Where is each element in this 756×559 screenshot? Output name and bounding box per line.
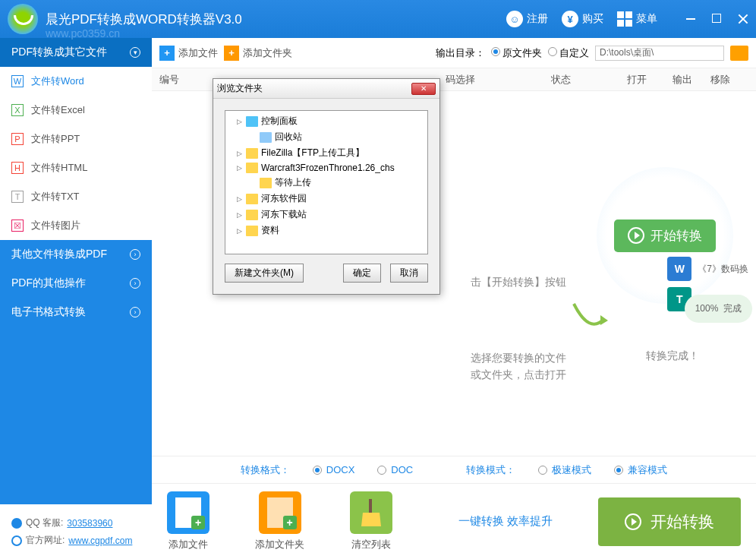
progress-badge: 100% 完成	[685, 295, 752, 323]
qq-link[interactable]: 303583960	[67, 518, 112, 529]
folder-icon	[246, 163, 258, 173]
add-file-label: 添加文件	[178, 46, 218, 60]
add-folder-big-label: 添加文件夹	[255, 538, 304, 551]
hint-click-start: 击【开始转换】按钮	[471, 273, 566, 290]
tree-item[interactable]: 回收站	[228, 129, 425, 145]
sidebar-item-label: 文件转图片	[31, 219, 80, 232]
tree-item[interactable]: 等待上传	[228, 175, 425, 191]
menu-button[interactable]: 菜单	[617, 11, 657, 27]
file-icon: +	[167, 491, 209, 534]
tree-item-label: 资料	[261, 224, 279, 237]
tree-item[interactable]: ▷河东软件园	[228, 191, 425, 207]
add-folder-big-button[interactable]: + 添加文件夹	[255, 491, 304, 551]
plus-icon: +	[159, 46, 175, 61]
sidebar-item-4[interactable]: T文件转TXT	[0, 182, 152, 211]
expand-icon[interactable]: ▷	[237, 211, 243, 219]
sidebar-item-label: 文件转TXT	[31, 190, 80, 204]
tree-item[interactable]: ▷控制面板	[228, 113, 425, 129]
play-icon	[628, 227, 644, 244]
buy-button[interactable]: ¥ 购买	[562, 11, 603, 27]
sidebar-item-label: 文件转Excel	[31, 103, 85, 117]
file-type-icon: T	[11, 191, 24, 203]
sidebar-category-0[interactable]: 其他文件转换成PDF›	[0, 240, 152, 269]
new-folder-button[interactable]: 新建文件夹(M)	[225, 264, 304, 283]
sidebar-item-2[interactable]: P文件转PPT	[0, 125, 152, 153]
chevron-right-icon: ›	[130, 249, 140, 260]
dialog-titlebar[interactable]: 浏览文件夹 ✕	[213, 79, 439, 99]
file-type-icon: X	[11, 104, 24, 116]
sidebar-fill	[0, 327, 152, 504]
add-folder-button[interactable]: + 添加文件夹	[224, 46, 292, 61]
category-label: PDF的其他操作	[11, 276, 86, 290]
tree-item[interactable]: ▷资料	[228, 223, 425, 238]
folder-tree[interactable]: ▷控制面板回收站▷FileZilla【FTP上传工具】▷Warcraft3Fro…	[225, 110, 428, 254]
titlebar: 晨光PDF转换成WORD转换器V3.0 www.pc0359.cn ☺ 注册 ¥…	[0, 0, 756, 38]
ok-button[interactable]: 确定	[343, 264, 381, 283]
clear-list-button[interactable]: 清空列表	[350, 491, 392, 551]
tree-item[interactable]: ▷FileZilla【FTP上传工具】	[228, 145, 425, 161]
sidebar-category-2[interactable]: 电子书格式转换›	[0, 298, 152, 327]
output-label: 输出目录：	[436, 46, 485, 60]
radio-compat[interactable]: 兼容模式	[614, 463, 667, 477]
sidebar-item-0[interactable]: W文件转Word	[0, 67, 152, 96]
minimize-button[interactable]	[686, 14, 697, 24]
expand-icon[interactable]: ▷	[237, 118, 243, 125]
dialog-buttons: 新建文件夹(M) 确定 取消	[225, 264, 428, 283]
window-controls	[686, 14, 748, 24]
qq-icon	[11, 518, 22, 529]
app-title: 晨光PDF转换成WORD转换器V3.0 www.pc0359.cn	[46, 11, 506, 28]
folder-icon	[246, 210, 258, 220]
folder-icon[interactable]	[730, 46, 748, 61]
tree-item-label: 控制面板	[261, 115, 298, 128]
done-text: 转换完成！	[646, 349, 699, 363]
site-link[interactable]: www.cgpdf.com	[68, 535, 132, 546]
site-row: 官方网址: www.cgpdf.com	[11, 534, 140, 547]
radio-icon	[548, 47, 557, 56]
expand-icon[interactable]: ▷	[237, 150, 243, 157]
options-bar: 转换格式： DOCX DOC 转换模式： 极速模式 兼容模式	[152, 456, 756, 483]
add-file-button[interactable]: + 添加文件	[159, 46, 218, 61]
maximize-button[interactable]	[712, 14, 723, 24]
close-button[interactable]	[738, 14, 748, 24]
sidebar-header[interactable]: PDF转换成其它文件 ▾	[0, 38, 152, 67]
svg-rect-0	[369, 499, 372, 513]
tree-item-label: 河东下载站	[261, 208, 307, 221]
file-type-icon: H	[11, 162, 24, 174]
progress-pct: 100%	[695, 303, 719, 314]
play-icon	[625, 513, 641, 530]
sidebar-category-1[interactable]: PDF的其他操作›	[0, 269, 152, 298]
word-icon: W	[667, 257, 691, 281]
file-name: 《7》数码换	[698, 263, 748, 276]
file-type-icon: W	[11, 75, 24, 87]
tree-item[interactable]: ▷河东下载站	[228, 207, 425, 223]
sidebar-item-3[interactable]: H文件转HTML	[0, 153, 152, 182]
sidebar-item-label: 文件转PPT	[31, 132, 80, 146]
sidebar-item-5[interactable]: ☒文件转图片	[0, 211, 152, 240]
radio-custom[interactable]: 自定义	[548, 46, 589, 60]
start-convert-button[interactable]: 开始转换	[598, 497, 741, 546]
sidebar-item-1[interactable]: X文件转Excel	[0, 96, 152, 125]
expand-icon[interactable]: ▷	[237, 195, 243, 203]
add-file-big-button[interactable]: + 添加文件	[167, 491, 209, 551]
yen-icon: ¥	[562, 11, 578, 27]
menu-label: 菜单	[636, 12, 657, 26]
qq-label: QQ 客服:	[26, 516, 63, 529]
sidebar-item-label: 文件转Word	[31, 74, 84, 88]
dialog-close-button[interactable]: ✕	[411, 83, 436, 95]
radio-fast[interactable]: 极速模式	[538, 463, 591, 477]
expand-icon[interactable]: ▷	[237, 164, 243, 172]
radio-doc[interactable]: DOC	[377, 464, 413, 475]
path-input[interactable]	[595, 46, 724, 61]
tree-item[interactable]: ▷Warcraft3FrozenThrone1.26_chs	[228, 161, 425, 175]
register-label: 注册	[527, 12, 548, 26]
file-type-icon: P	[11, 133, 24, 145]
category-label: 电子书格式转换	[11, 305, 86, 319]
register-button[interactable]: ☺ 注册	[506, 11, 548, 27]
start-pill: 开始转换	[614, 219, 716, 252]
radio-docx[interactable]: DOCX	[313, 464, 355, 475]
format-label: 转换格式：	[241, 463, 290, 477]
folder-icon: +	[259, 491, 301, 534]
cancel-button[interactable]: 取消	[390, 264, 428, 283]
expand-icon[interactable]: ▷	[237, 227, 243, 235]
radio-original[interactable]: 原文件夹	[491, 46, 542, 60]
